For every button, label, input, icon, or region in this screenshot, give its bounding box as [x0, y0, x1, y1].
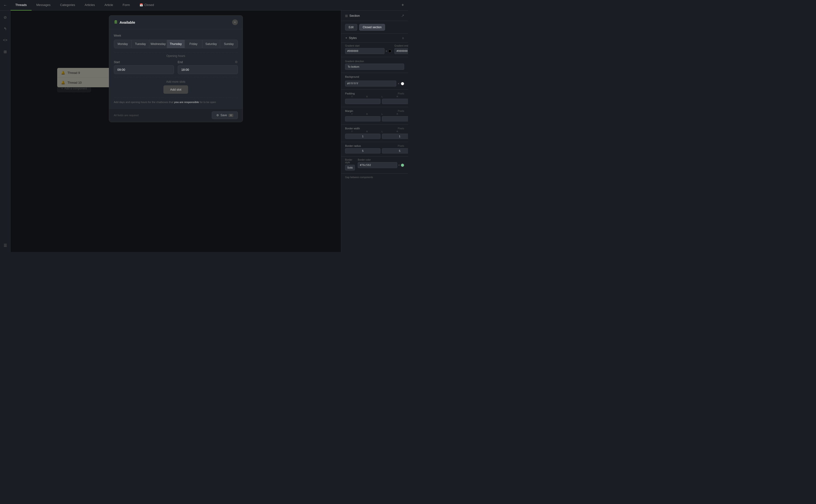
gradient-start-color-dot[interactable]	[388, 49, 392, 53]
main-content: 🔔 Thread 9 🔔 Thread 10 + Add a component…	[11, 11, 341, 252]
week-days: Monday Tuesday Wednesday Thursday Friday…	[114, 40, 238, 48]
required-text: All fields are required	[114, 114, 138, 117]
divider-2	[341, 73, 408, 73]
modal-overlay: 🗓 Available × Week Monday Tuesday Wednes…	[11, 11, 341, 252]
opening-hours-label: Opening hours	[114, 52, 238, 58]
border-radius-tl-input[interactable]	[345, 148, 381, 153]
border-width-t-input[interactable]	[345, 134, 381, 139]
background-color-dot[interactable]	[401, 82, 404, 85]
day-friday[interactable]: Friday	[185, 40, 202, 48]
tab-form[interactable]: Form	[118, 0, 135, 11]
day-wednesday[interactable]: Wednesday	[149, 40, 167, 48]
gradient-direction-label: Gradient direction	[345, 60, 404, 63]
panel-collapse-icon[interactable]: ↗	[401, 13, 404, 18]
border-style-select[interactable]: Solid Dashed Dotted None	[345, 165, 355, 170]
padding-t-label: T	[345, 95, 359, 98]
tab-categories[interactable]: Categories	[55, 0, 80, 11]
tab-messages[interactable]: Messages	[32, 0, 55, 11]
calendar-icon: 📅	[139, 3, 143, 7]
margin-b-label: B	[360, 113, 374, 115]
border-width-inputs	[341, 133, 408, 141]
margin-trbl: T B L R	[341, 113, 408, 116]
background-label-row: Background	[341, 74, 408, 80]
save-icon: ⚙	[216, 114, 219, 117]
sidebar-icon-code[interactable]: <>	[1, 36, 9, 44]
tab-closed[interactable]: 📅 Closed	[135, 0, 159, 11]
divider-3	[341, 89, 408, 90]
main-layout: ⊘ ↰ <> ⊞ ☰ 🔔 Thread 9 🔔 Thread 10 + Add …	[0, 11, 408, 252]
border-radius-inputs	[341, 148, 408, 155]
tab-articles[interactable]: Articles	[80, 0, 100, 11]
gradient-start-input[interactable]	[345, 48, 385, 54]
margin-t-label: T	[345, 113, 359, 115]
add-slots-label: Add more slots	[114, 77, 238, 83]
padding-l-label: L	[375, 95, 389, 98]
padding-pixels: Pixels	[398, 92, 404, 95]
border-width-label: Border width	[345, 127, 360, 130]
gradient-end-input-row: ×	[394, 48, 408, 54]
gradient-start-clear[interactable]: ×	[386, 49, 387, 53]
styles-title: ✦ Styles	[345, 36, 357, 40]
padding-label: Padding	[345, 92, 355, 95]
styles-collapse-icon[interactable]: ∧	[402, 36, 404, 40]
day-tuesday[interactable]: Tuesday	[132, 40, 149, 48]
border-radius-tr-input[interactable]	[382, 148, 408, 153]
sidebar-icon-grid[interactable]: ⊞	[1, 48, 9, 55]
sidebar-icon-home[interactable]: ⊘	[1, 13, 9, 21]
padding-b-input[interactable]	[382, 99, 408, 104]
styles-header: ✦ Styles ∧	[341, 34, 408, 43]
divider-5	[341, 124, 408, 125]
end-input[interactable]	[178, 65, 238, 74]
info-text: Add days and opening hours for the chatb…	[114, 98, 238, 104]
border-style-color-row: Border style Solid Dashed Dotted None Bo…	[341, 158, 408, 172]
border-color-input[interactable]	[358, 162, 397, 168]
back-button[interactable]: ←	[2, 2, 9, 9]
section-icon: ⊞	[345, 14, 348, 18]
gradient-end-group: Gradient end ×	[394, 44, 408, 54]
tab-threads[interactable]: Threads	[11, 0, 32, 11]
modal-header: 🗓 Available ×	[109, 16, 243, 29]
save-badge: ⌘	[229, 114, 233, 117]
padding-t-input[interactable]	[345, 99, 381, 104]
add-slot-button[interactable]: Add slot	[163, 85, 188, 94]
week-label: Week	[114, 34, 238, 37]
border-width-label-row: Border width Pixels	[341, 126, 408, 130]
day-monday[interactable]: Monday	[114, 40, 132, 48]
day-sunday[interactable]: Sunday	[220, 40, 238, 48]
margin-pixels: Pixels	[398, 110, 404, 112]
sidebar-icon-menu[interactable]: ☰	[1, 241, 9, 249]
edit-button[interactable]: Edit	[345, 24, 357, 31]
margin-t-input[interactable]	[345, 116, 381, 121]
start-input[interactable]	[114, 65, 174, 74]
right-panel: ⊞ Section ↗ Edit Closed section ✦ Styles…	[341, 11, 408, 252]
modal-title: 🗓 Available	[114, 20, 135, 24]
divider-8	[341, 173, 408, 174]
background-input[interactable]	[345, 81, 396, 87]
closed-section-button[interactable]: Closed section	[359, 24, 385, 31]
left-sidebar: ⊘ ↰ <> ⊞ ☰	[0, 11, 11, 252]
background-clear[interactable]: ×	[398, 82, 399, 85]
border-radius-label-row: Border radius Pixels	[341, 143, 408, 148]
panel-header: ⊞ Section ↗	[341, 11, 408, 21]
modal-close-button[interactable]: ×	[232, 19, 238, 25]
day-thursday[interactable]: Thursday	[167, 40, 185, 48]
border-color-clear[interactable]: ×	[398, 164, 400, 167]
border-radius-label: Border radius	[345, 144, 361, 147]
margin-r-label: R	[391, 113, 404, 115]
day-saturday[interactable]: Saturday	[202, 40, 220, 48]
styles-section: ✦ Styles ∧ Gradient start × Gradient end	[341, 34, 408, 181]
margin-b-input[interactable]	[382, 116, 408, 121]
save-button[interactable]: ⚙ Save ⌘	[212, 111, 238, 119]
gradient-end-input[interactable]	[394, 48, 408, 54]
modal-footer: All fields are required ⚙ Save ⌘	[109, 108, 243, 122]
padding-b-label: B	[360, 95, 374, 98]
top-nav: ← Threads Messages Categories Articles A…	[0, 0, 408, 11]
tab-article[interactable]: Article	[99, 0, 118, 11]
add-tab-button[interactable]: +	[399, 2, 406, 9]
sidebar-icon-back[interactable]: ↰	[1, 25, 9, 33]
end-settings-icon[interactable]: ⚙	[235, 60, 238, 64]
gradient-start-input-row: ×	[345, 48, 392, 54]
border-color-dot[interactable]	[401, 164, 404, 167]
gradient-direction-select[interactable]: To bottom To right To top To left	[345, 64, 404, 70]
border-width-b-input[interactable]	[382, 134, 408, 139]
